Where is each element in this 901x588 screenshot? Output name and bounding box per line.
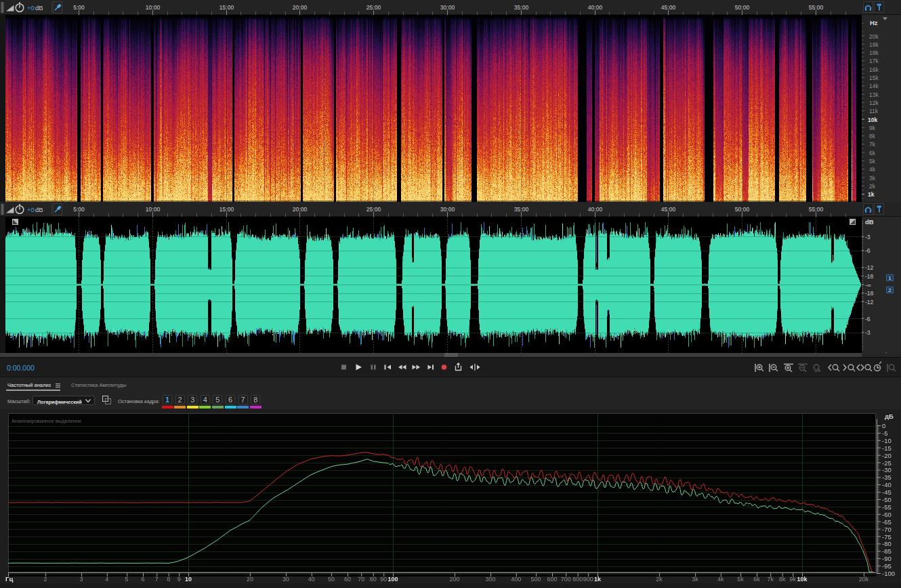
svg-text:-70: -70 xyxy=(882,526,892,533)
svg-text:15:00: 15:00 xyxy=(219,206,234,213)
svg-text:-18: -18 xyxy=(865,290,874,297)
svg-text:12k: 12k xyxy=(869,100,879,106)
svg-text:-6: -6 xyxy=(865,247,871,254)
svg-text:20:00: 20:00 xyxy=(293,206,308,213)
svg-text:-40: -40 xyxy=(882,481,892,488)
svg-text:25:00: 25:00 xyxy=(366,4,381,11)
svg-text:15k: 15k xyxy=(869,75,879,81)
svg-text:8k: 8k xyxy=(869,133,876,140)
svg-text:-3: -3 xyxy=(865,329,871,336)
svg-text:-80: -80 xyxy=(882,540,892,547)
svg-text:2k: 2k xyxy=(869,183,876,190)
svg-text:30:00: 30:00 xyxy=(440,4,455,11)
svg-text:-95: -95 xyxy=(882,562,892,570)
svg-text:-35: -35 xyxy=(882,474,892,481)
svg-text:dB: dB xyxy=(35,206,43,213)
svg-text:45:00: 45:00 xyxy=(661,4,676,11)
svg-text:35:00: 35:00 xyxy=(514,4,529,11)
svg-text:18k: 18k xyxy=(869,49,879,56)
svg-text:5:00: 5:00 xyxy=(73,4,85,11)
svg-text:-85: -85 xyxy=(882,547,892,555)
svg-text:50:00: 50:00 xyxy=(735,4,750,11)
svg-text:+0: +0 xyxy=(27,206,35,213)
svg-text:10:00: 10:00 xyxy=(146,4,161,11)
svg-text:-75: -75 xyxy=(882,533,892,541)
svg-text:3k: 3k xyxy=(869,175,876,182)
svg-text:25:00: 25:00 xyxy=(366,206,381,213)
svg-text:-∞: -∞ xyxy=(865,282,871,289)
svg-text:-60: -60 xyxy=(882,511,892,518)
svg-text:-25: -25 xyxy=(882,459,892,467)
svg-text:dB: dB xyxy=(35,4,43,12)
svg-text:dB: dB xyxy=(865,218,874,226)
svg-text:10k: 10k xyxy=(868,117,877,123)
svg-text:5k: 5k xyxy=(869,158,876,165)
svg-text:-3: -3 xyxy=(865,234,871,240)
svg-text:-55: -55 xyxy=(882,503,892,511)
svg-text:9k: 9k xyxy=(869,125,876,131)
svg-text:0: 0 xyxy=(882,422,885,429)
svg-text:11k: 11k xyxy=(869,108,879,114)
svg-text:-45: -45 xyxy=(882,488,892,496)
svg-text:Hz: Hz xyxy=(870,19,878,26)
svg-text:10:00: 10:00 xyxy=(146,206,161,213)
svg-text:-15: -15 xyxy=(882,444,892,452)
svg-text:55:00: 55:00 xyxy=(809,4,824,11)
svg-text:-20: -20 xyxy=(882,452,892,459)
svg-text:6k: 6k xyxy=(869,150,876,156)
svg-text:55:00: 55:00 xyxy=(809,206,824,213)
svg-text:40:00: 40:00 xyxy=(588,4,603,11)
svg-text:19k: 19k xyxy=(869,41,879,48)
svg-text:-65: -65 xyxy=(882,518,892,526)
svg-text:17k: 17k xyxy=(869,58,879,64)
svg-text:-12: -12 xyxy=(865,299,874,306)
svg-text:5:00: 5:00 xyxy=(73,206,85,213)
svg-text:16k: 16k xyxy=(869,66,879,73)
svg-text:дБ: дБ xyxy=(885,413,894,420)
svg-text:50:00: 50:00 xyxy=(735,206,750,213)
svg-text:-30: -30 xyxy=(882,466,892,474)
svg-text:45:00: 45:00 xyxy=(661,206,676,213)
svg-text:20k: 20k xyxy=(869,33,879,40)
svg-text:35:00: 35:00 xyxy=(514,206,529,213)
svg-text:30:00: 30:00 xyxy=(440,206,455,213)
svg-text:15:00: 15:00 xyxy=(219,4,234,11)
svg-text:-18: -18 xyxy=(865,273,874,280)
svg-text:13k: 13k xyxy=(869,91,879,98)
svg-text:-5: -5 xyxy=(882,429,887,437)
svg-text:-50: -50 xyxy=(882,496,892,503)
svg-text:-6: -6 xyxy=(865,316,871,322)
svg-text:-100: -100 xyxy=(882,570,895,577)
svg-text:-10: -10 xyxy=(882,437,892,444)
svg-text:-90: -90 xyxy=(882,555,892,562)
svg-text:4k: 4k xyxy=(869,166,876,173)
svg-text:1k: 1k xyxy=(868,191,875,198)
svg-text:+0: +0 xyxy=(27,4,35,12)
svg-text:-12: -12 xyxy=(865,264,874,271)
svg-text:7k: 7k xyxy=(869,141,876,148)
svg-text:14k: 14k xyxy=(869,83,879,89)
svg-text:40:00: 40:00 xyxy=(588,206,603,213)
svg-text:20:00: 20:00 xyxy=(293,4,308,11)
